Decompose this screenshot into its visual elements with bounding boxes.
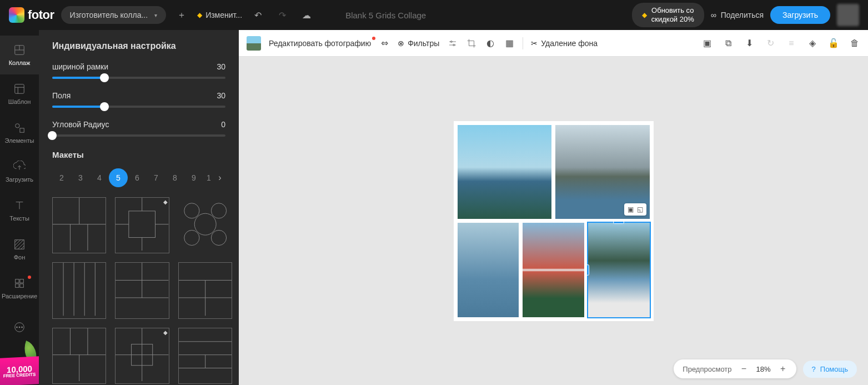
layout-option[interactable]	[178, 328, 232, 384]
template-icon	[13, 83, 26, 95]
nav-background[interactable]: Фон	[0, 230, 39, 269]
nav-label: Расширение	[2, 293, 37, 299]
layout-tab-10[interactable]: 1	[203, 168, 214, 187]
layouts-title: Макеты	[52, 150, 225, 159]
delete-icon[interactable]: 🗑	[849, 38, 860, 49]
canvas-area: Редактировать фотографию ⇔ ⊗Фильтры ◐ ▦ …	[239, 30, 868, 385]
layout-tab-3[interactable]: 3	[71, 168, 90, 187]
share-button[interactable]: ∞ Поделиться	[711, 11, 764, 19]
crop-icon[interactable]	[466, 38, 477, 49]
new-button[interactable]: ＋	[173, 6, 190, 24]
collage-cell-3[interactable]	[458, 223, 519, 317]
canvas-content[interactable]: ▣ ◱	[239, 57, 868, 385]
top-header: fotor Изготовитель колла... ▾ ＋ ◆ Измени…	[0, 0, 868, 30]
help-button[interactable]: ? Помощь	[803, 361, 857, 378]
collage-cell-1[interactable]	[458, 125, 552, 219]
nav-text[interactable]: Тексты	[0, 191, 39, 230]
edit-photo-button[interactable]: Редактировать фотографию	[269, 39, 371, 48]
layout-option[interactable]	[178, 197, 232, 253]
credits-line2: FREE CREDITS	[3, 372, 36, 378]
remove-bg-button[interactable]: ✂Удаление фона	[531, 39, 598, 48]
nav-collage[interactable]: Коллаж	[0, 36, 39, 74]
nav-template[interactable]: Шаблон	[0, 74, 39, 113]
layers-icon[interactable]: ◈	[807, 38, 818, 49]
mosaic-icon[interactable]: ▦	[504, 38, 515, 49]
layout-tabs-next[interactable]: ›	[214, 173, 225, 183]
mode-selector[interactable]: Изготовитель колла... ▾	[61, 6, 167, 24]
nav-upload[interactable]: Загрузить	[0, 152, 39, 191]
download-icon[interactable]: ⬇	[744, 38, 755, 49]
credits-badge[interactable]: 10,000 FREE CREDITS	[0, 356, 39, 385]
preview-button[interactable]: Предпросмотр	[683, 365, 731, 373]
svg-line-15	[21, 246, 24, 249]
nav-label: Тексты	[9, 215, 29, 222]
svg-point-23	[22, 327, 23, 328]
zoom-out-button[interactable]: −	[740, 364, 749, 374]
align-icon[interactable]: ≡	[786, 38, 797, 49]
upgrade-button[interactable]: ◆ Обновить соскидкой 20%	[632, 3, 704, 27]
zoom-value[interactable]: 18%	[756, 365, 771, 373]
download-button[interactable]: Загрузить	[770, 6, 830, 24]
premium-text: Изменит...	[205, 11, 242, 19]
collage-cell-2[interactable]: ▣ ◱	[555, 125, 650, 219]
nav-elements[interactable]: Элементы	[0, 113, 39, 152]
layout-tab-5[interactable]: 5	[109, 168, 128, 187]
layout-option[interactable]: ◆	[115, 197, 169, 253]
layout-tab-8[interactable]: 8	[165, 168, 184, 187]
document-title[interactable]: Blank 5 Grids Collage	[345, 11, 426, 20]
redo-button[interactable]: ↷	[273, 6, 291, 24]
slider-track[interactable]	[52, 134, 225, 137]
svg-rect-19	[20, 284, 23, 287]
collage-cell-4[interactable]	[523, 223, 584, 317]
layout-option[interactable]	[52, 197, 106, 253]
layout-option[interactable]: ◆	[115, 328, 169, 384]
lock-icon[interactable]: 🔓	[828, 38, 839, 49]
slider-track[interactable]	[52, 77, 225, 79]
layout-option[interactable]	[115, 262, 169, 318]
slider-track[interactable]	[52, 106, 225, 108]
nav-more[interactable]	[0, 308, 39, 347]
undo-button[interactable]: ↶	[249, 6, 267, 24]
replace-image-icon[interactable]: ▣	[628, 206, 634, 213]
slider-label: Угловой Радиус	[52, 120, 109, 129]
layout-tab-9[interactable]: 9	[184, 168, 203, 187]
extension-icon	[13, 277, 26, 289]
layout-tab-7[interactable]: 7	[147, 168, 165, 187]
layout-tab-2[interactable]: 2	[52, 168, 71, 187]
promo-area: 10,000 FREE CREDITS	[0, 357, 39, 385]
cloud-sync-button[interactable]: ☁	[298, 6, 315, 24]
selected-thumbnail[interactable]	[247, 36, 261, 51]
copy-icon[interactable]: ⧉	[723, 38, 734, 49]
effects-icon[interactable]: ◐	[485, 38, 496, 49]
help-icon: ?	[812, 365, 816, 373]
resize-handle-top[interactable]	[613, 221, 624, 224]
elements-icon	[13, 122, 26, 134]
crop-cell-icon[interactable]: ◱	[637, 206, 643, 213]
resize-handle-left[interactable]	[586, 264, 589, 276]
nav-extension[interactable]: Расширение	[0, 269, 39, 308]
side-panel: Индивидуальная настройка шириной рамки 3…	[39, 30, 239, 385]
upload-icon	[13, 161, 26, 173]
zoom-in-button[interactable]: +	[779, 364, 787, 374]
premium-resize-button[interactable]: ◆ Изменит...	[197, 11, 242, 19]
slider-thumb[interactable]	[100, 73, 109, 82]
collage-cell-5[interactable]	[588, 223, 650, 317]
layout-option[interactable]	[52, 328, 106, 384]
user-avatar[interactable]	[837, 4, 859, 26]
svg-point-34	[184, 203, 199, 218]
layout-tab-6[interactable]: 6	[128, 168, 147, 187]
logo[interactable]: fotor	[9, 7, 54, 23]
filters-button[interactable]: ⊗Фильтры	[398, 39, 439, 48]
filters-icon: ⊗	[398, 39, 404, 48]
fit-icon[interactable]: ⇔	[379, 38, 390, 49]
slider-value: 30	[217, 91, 225, 100]
layout-option[interactable]	[178, 262, 232, 318]
collage-canvas[interactable]: ▣ ◱	[454, 121, 654, 321]
image-icon[interactable]: ▣	[701, 38, 713, 49]
slider-thumb[interactable]	[48, 131, 57, 140]
adjust-icon[interactable]	[447, 38, 458, 49]
layout-tab-4[interactable]: 4	[90, 168, 109, 187]
redo-icon[interactable]: ↻	[765, 38, 776, 49]
slider-thumb[interactable]	[100, 102, 109, 111]
layout-option[interactable]	[52, 262, 106, 318]
